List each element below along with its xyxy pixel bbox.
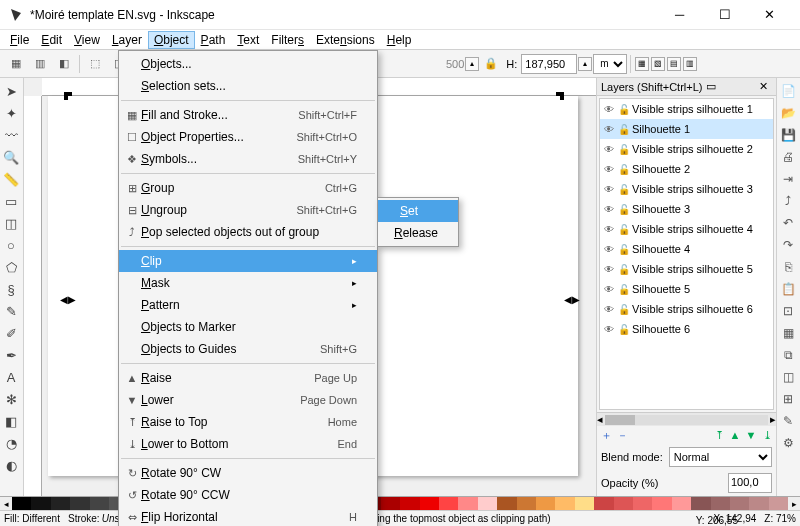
layer-row[interactable]: 👁🔓Silhouette 2 — [600, 159, 773, 179]
fill-value[interactable]: Different — [22, 513, 60, 524]
color-swatch[interactable] — [594, 497, 613, 510]
layer-add-icon[interactable]: ＋ — [599, 428, 613, 442]
tool-measure-icon[interactable]: 📏 — [0, 168, 22, 190]
panel-close-icon[interactable]: ✕ — [755, 80, 772, 93]
layer-row[interactable]: 👁🔓Visible strips silhouette 3 — [600, 179, 773, 199]
clip-set[interactable]: Set — [378, 200, 458, 222]
mi-objects-[interactable]: Objects... — [119, 53, 377, 75]
cmd-zoompage-icon[interactable]: ▦ — [777, 322, 799, 344]
mi-clip[interactable]: Clip▸ — [119, 250, 377, 272]
color-swatch[interactable] — [400, 497, 419, 510]
mi-selection-sets-[interactable]: Selection sets... — [119, 75, 377, 97]
mi-fill-and-stroke-[interactable]: ▦Fill and Stroke...Shift+Ctrl+F — [119, 104, 377, 126]
layer-row[interactable]: 👁🔓Visible strips silhouette 1 — [600, 99, 773, 119]
cmd-group-icon[interactable]: ⊞ — [777, 388, 799, 410]
layer-row[interactable]: 👁🔓Visible strips silhouette 4 — [600, 219, 773, 239]
color-swatch[interactable] — [517, 497, 536, 510]
cmd-save-icon[interactable]: 💾 — [777, 124, 799, 146]
menu-text[interactable]: Text — [231, 31, 265, 49]
color-swatch[interactable] — [730, 497, 749, 510]
h-spin-icon[interactable]: ▴ — [578, 57, 592, 71]
visibility-icon[interactable]: 👁 — [604, 244, 618, 255]
color-swatch[interactable] — [749, 497, 768, 510]
color-swatch[interactable] — [51, 497, 70, 510]
tool-3dbox-icon[interactable]: ◫ — [0, 212, 22, 234]
menu-path[interactable]: Path — [195, 31, 232, 49]
layer-row[interactable]: 👁🔓Silhouette 6 — [600, 319, 773, 339]
blend-select[interactable]: Normal — [669, 447, 772, 467]
color-swatch[interactable] — [536, 497, 555, 510]
color-swatch[interactable] — [672, 497, 691, 510]
tool-pencil-icon[interactable]: ✎ — [0, 300, 22, 322]
tool-gradient-icon[interactable]: ◐ — [0, 454, 22, 476]
spin-up-icon[interactable]: ▴ — [465, 57, 479, 71]
color-swatch[interactable] — [555, 497, 574, 510]
tb-btn3-icon[interactable]: ◧ — [53, 53, 75, 75]
color-swatch[interactable] — [90, 497, 109, 510]
tool-spiral-icon[interactable]: § — [0, 278, 22, 300]
color-swatch[interactable] — [31, 497, 50, 510]
tool-text-icon[interactable]: A — [0, 366, 22, 388]
menu-extensions[interactable]: Extensions — [310, 31, 381, 49]
mi-ungroup[interactable]: ⊟UngroupShift+Ctrl+G — [119, 199, 377, 221]
tool-rect-icon[interactable]: ▭ — [0, 190, 22, 212]
color-swatch[interactable] — [439, 497, 458, 510]
mi-pop-selected-objects-out-of-group[interactable]: ⤴Pop selected objects out of group — [119, 221, 377, 243]
layer-row[interactable]: 👁🔓Silhouette 3 — [600, 199, 773, 219]
palette-right-icon[interactable]: ▸ — [788, 497, 800, 510]
tb-new-icon[interactable]: ▦ — [5, 53, 27, 75]
cmd-clone-icon[interactable]: ◫ — [777, 366, 799, 388]
lock-icon[interactable]: 🔓 — [618, 304, 632, 315]
layer-row[interactable]: 👁🔓Silhouette 1 — [600, 119, 773, 139]
layer-up-icon[interactable]: ▲ — [728, 428, 742, 442]
visibility-icon[interactable]: 👁 — [604, 264, 618, 275]
mi-raise[interactable]: ▲RaisePage Up — [119, 367, 377, 389]
mi-objects-to-guides[interactable]: Objects to GuidesShift+G — [119, 338, 377, 360]
minimize-button[interactable]: ─ — [657, 0, 702, 30]
lock-icon[interactable]: 🔓 — [618, 144, 632, 155]
height-input[interactable] — [521, 54, 577, 74]
mi-mask[interactable]: Mask▸ — [119, 272, 377, 294]
tool-ellipse-icon[interactable]: ○ — [0, 234, 22, 256]
menu-view[interactable]: View — [68, 31, 106, 49]
cmd-open-icon[interactable]: 📂 — [777, 102, 799, 124]
lock-icon[interactable]: 🔓 — [618, 244, 632, 255]
lock-icon[interactable]: 🔓 — [618, 224, 632, 235]
lock-icon[interactable]: 🔓 — [618, 164, 632, 175]
tool-bezier-icon[interactable]: ✐ — [0, 322, 22, 344]
menu-help[interactable]: Help — [381, 31, 418, 49]
mi-rotate-90-ccw[interactable]: ↺Rotate 90° CCW — [119, 484, 377, 506]
mi-flip-horizontal[interactable]: ⇔Flip HorizontalH — [119, 506, 377, 526]
cmd-zoomfit-icon[interactable]: ⊡ — [777, 300, 799, 322]
mi-lower[interactable]: ▼LowerPage Down — [119, 389, 377, 411]
layer-hscroll[interactable]: ◂▸ — [597, 412, 776, 426]
color-swatch[interactable] — [711, 497, 730, 510]
color-swatch[interactable] — [633, 497, 652, 510]
visibility-icon[interactable]: 👁 — [604, 304, 618, 315]
mi-object-properties-[interactable]: ☐Object Properties...Shift+Ctrl+O — [119, 126, 377, 148]
mi-rotate-90-cw[interactable]: ↻Rotate 90° CW — [119, 462, 377, 484]
cmd-undo-icon[interactable]: ↶ — [777, 212, 799, 234]
layer-down-icon[interactable]: ▼ — [744, 428, 758, 442]
mi-group[interactable]: ⊞GroupCtrl+G — [119, 177, 377, 199]
color-swatch[interactable] — [70, 497, 89, 510]
opacity-input[interactable]: 100,0 — [728, 473, 772, 493]
cmd-print-icon[interactable]: 🖨 — [777, 146, 799, 168]
menu-edit[interactable]: Edit — [35, 31, 68, 49]
lock-icon[interactable]: 🔓 — [618, 184, 632, 195]
visibility-icon[interactable]: 👁 — [604, 184, 618, 195]
lock-icon[interactable]: 🔓 — [618, 104, 632, 115]
handle-mr-icon[interactable]: ◀▶ — [564, 294, 572, 302]
layer-top-icon[interactable]: ⤒ — [712, 428, 726, 442]
lock-icon[interactable]: 🔓 — [618, 264, 632, 275]
cmd-export-icon[interactable]: ⤴ — [777, 190, 799, 212]
align-btn2-icon[interactable]: ▧ — [651, 57, 665, 71]
color-swatch[interactable] — [769, 497, 788, 510]
mi-objects-to-marker[interactable]: Objects to Marker — [119, 316, 377, 338]
visibility-icon[interactable]: 👁 — [604, 324, 618, 335]
tool-pointer-icon[interactable]: ➤ — [0, 80, 22, 102]
tool-node-icon[interactable]: ✦ — [0, 102, 22, 124]
menu-object[interactable]: Object — [148, 31, 195, 49]
visibility-icon[interactable]: 👁 — [604, 284, 618, 295]
unit-select[interactable]: mm — [593, 54, 627, 74]
